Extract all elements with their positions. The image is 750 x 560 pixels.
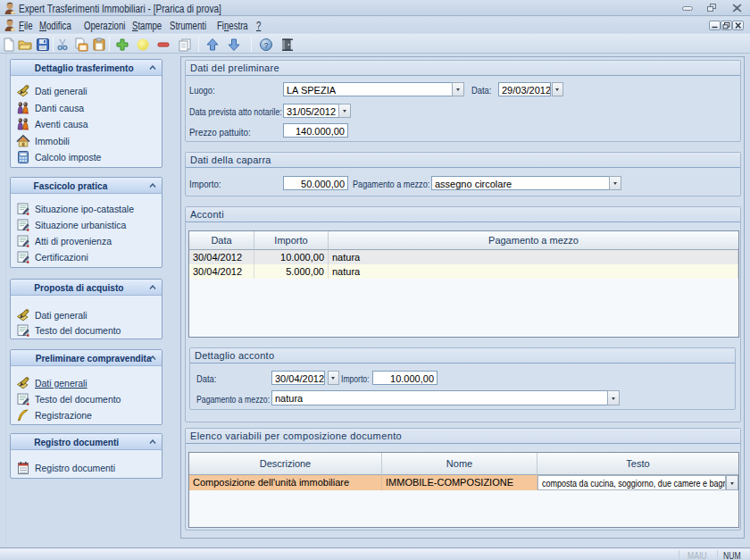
svg-text:?: ? — [263, 41, 268, 50]
